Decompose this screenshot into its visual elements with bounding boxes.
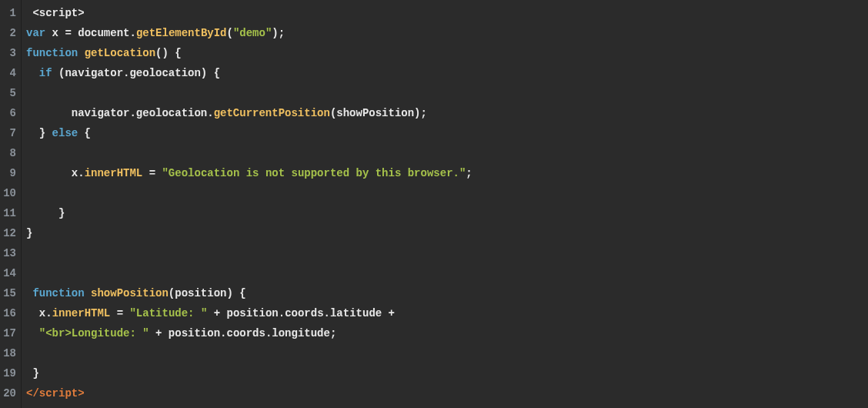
line-number: 10	[3, 183, 16, 203]
line-number: 20	[3, 383, 16, 403]
token-id: document	[72, 27, 130, 39]
token-id: x	[26, 167, 78, 179]
token-op: .	[207, 107, 213, 119]
line-number: 9	[3, 163, 16, 183]
token-id: geolocation	[136, 107, 207, 119]
code-line[interactable]: x.innerHTML = "Geolocation is not suppor…	[26, 163, 868, 183]
token-pn: {	[78, 127, 91, 139]
token-op: .	[129, 27, 135, 39]
code-line[interactable]: }	[26, 223, 868, 243]
token-op: .	[129, 107, 135, 119]
token-id: position	[162, 327, 220, 339]
code-line[interactable]: x.innerHTML = "Latitude: " + position.co…	[26, 303, 868, 323]
line-number: 11	[3, 203, 16, 223]
token-id: (navigator	[52, 67, 123, 79]
line-number: 14	[3, 263, 16, 283]
token-op: .	[45, 307, 52, 319]
token-str: "Latitude: "	[129, 307, 207, 319]
code-line[interactable]: <script>	[26, 3, 868, 23]
line-number: 8	[3, 143, 16, 163]
token-op: +	[389, 307, 395, 319]
token-pn: }	[26, 207, 65, 219]
token-kw: if	[39, 67, 52, 79]
code-line[interactable]: var x = document.getElementById("demo");	[26, 23, 868, 43]
code-editor[interactable]: 1234567891011121314151617181920 <script>…	[0, 0, 868, 408]
line-number: 1	[3, 3, 16, 23]
token-id: coords	[226, 327, 265, 339]
line-number: 5	[3, 83, 16, 103]
token-op: .	[279, 307, 285, 319]
token-kw: else	[52, 127, 78, 139]
token-fn: showPosition	[91, 287, 169, 299]
token-fn: getCurrentPosition	[214, 107, 330, 119]
token-pn	[78, 47, 84, 59]
code-line[interactable]: }	[26, 203, 868, 223]
line-number: 2	[3, 23, 16, 43]
token-pn: (	[227, 27, 233, 39]
token-tag: <script>	[32, 7, 84, 19]
code-line[interactable]: "<br>Longitude: " + position.coords.long…	[26, 323, 868, 343]
code-line[interactable]: function getLocation() {	[26, 43, 868, 63]
token-op: +	[214, 307, 220, 319]
token-op: =	[149, 167, 155, 179]
token-pn	[149, 327, 155, 339]
token-id: x	[26, 307, 45, 319]
token-pn: () {	[155, 47, 182, 59]
token-pn	[110, 307, 116, 319]
token-id: position	[220, 307, 279, 319]
code-area[interactable]: <script>var x = document.getElementById(…	[22, 0, 868, 408]
token-pn	[207, 307, 213, 319]
code-line[interactable]	[26, 183, 868, 203]
token-op: .	[324, 307, 330, 319]
code-line[interactable]: if (navigator.geolocation) {	[26, 63, 868, 83]
token-id: (position) {	[169, 287, 246, 299]
code-line[interactable]: navigator.geolocation.getCurrentPosition…	[26, 103, 868, 123]
code-line[interactable]	[26, 343, 868, 363]
token-fn: getLocation	[85, 47, 155, 59]
token-closetag: ipt>	[58, 387, 85, 400]
token-pn	[142, 167, 149, 179]
token-pn: }	[26, 367, 39, 380]
code-line[interactable]: function showPosition(position) {	[26, 283, 868, 303]
token-op: =	[65, 27, 71, 39]
code-line[interactable]	[26, 243, 868, 263]
token-pn	[85, 287, 91, 299]
line-number: 16	[3, 303, 16, 323]
line-number: 6	[3, 103, 16, 123]
token-fn: getElementById	[136, 27, 227, 39]
token-op: =	[117, 307, 123, 319]
token-pn	[26, 67, 39, 79]
token-str: "Geolocation is not supported by this br…	[162, 167, 466, 179]
token-pn: ;	[466, 167, 472, 179]
token-pn	[26, 327, 39, 339]
token-fn: innerHTML	[52, 307, 111, 319]
token-str: "<br>Longitude: "	[39, 327, 149, 339]
token-id: (showPosition);	[330, 107, 427, 119]
code-line[interactable]	[26, 143, 868, 163]
token-kw: function	[32, 287, 84, 299]
token-closetag: </scr	[26, 387, 58, 400]
code-line[interactable]	[26, 83, 868, 103]
token-id: geolocation) {	[129, 67, 220, 79]
code-line[interactable]	[26, 263, 868, 283]
line-number: 15	[3, 283, 16, 303]
token-op: .	[78, 167, 84, 179]
line-number-gutter: 1234567891011121314151617181920	[0, 0, 22, 408]
token-pn: );	[272, 27, 285, 39]
code-line[interactable]: } else {	[26, 123, 868, 143]
line-number: 7	[3, 123, 16, 143]
line-number: 19	[3, 363, 16, 383]
code-line[interactable]: </script>	[26, 383, 868, 403]
token-kw: function	[26, 47, 78, 59]
token-fn: innerHTML	[85, 167, 143, 179]
token-id: navigator	[26, 107, 129, 119]
code-line[interactable]: }	[26, 363, 868, 383]
token-kw: var	[26, 27, 45, 39]
token-id: latitude	[330, 307, 389, 319]
line-number: 3	[3, 43, 16, 63]
token-pn: }	[26, 127, 52, 139]
token-pn: }	[26, 227, 32, 239]
token-id: longitude;	[272, 327, 336, 339]
token-str: "demo"	[233, 27, 272, 39]
token-id: x	[45, 27, 65, 39]
